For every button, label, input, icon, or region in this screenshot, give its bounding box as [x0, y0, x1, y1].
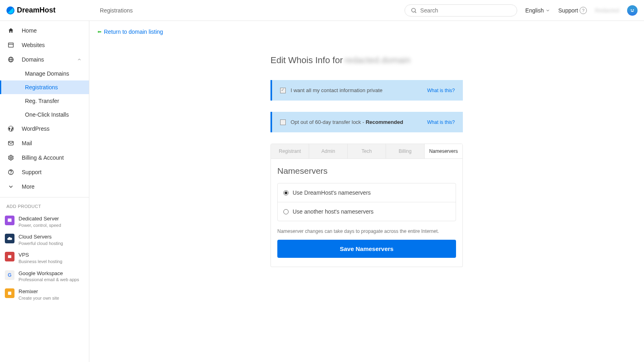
globe-icon — [7, 56, 14, 63]
radio-other-ns[interactable]: Use another host's nameservers — [278, 202, 456, 221]
websites-icon — [7, 42, 14, 48]
tab-billing[interactable]: Billing — [386, 144, 424, 158]
gear-icon — [7, 154, 14, 161]
vps-icon — [5, 252, 14, 261]
info-box-label: Opt out of 60-day transfer lock - Recomm… — [291, 119, 403, 125]
tabs: Registrant Admin Tech Billing Nameserver… — [270, 144, 463, 159]
save-nameservers-button[interactable]: Save Nameservers — [277, 240, 456, 258]
svg-rect-18 — [8, 292, 11, 295]
radio-icon — [283, 190, 289, 195]
tab-tech[interactable]: Tech — [348, 144, 386, 158]
tab-panel: Nameservers Use DreamHost's nameservers … — [270, 159, 463, 267]
sidebar-item-billing[interactable]: Billing & Account — [0, 150, 89, 165]
radio-dreamhost-ns[interactable]: Use DreamHost's nameservers — [278, 183, 456, 202]
product-subtitle: Professional email & web apps — [19, 277, 79, 282]
product-remixer[interactable]: Remixer Create your own site — [0, 286, 89, 304]
sidebar-item-label: Websites — [22, 42, 45, 48]
svg-line-1 — [415, 12, 416, 13]
mail-icon — [7, 140, 14, 146]
help-icon — [7, 169, 14, 175]
sidebar-item-label: Support — [22, 169, 41, 175]
sidebar-item-more[interactable]: More — [0, 179, 89, 194]
cloud-icon — [5, 234, 14, 243]
return-link-label: Return to domain listing — [104, 29, 163, 35]
nameserver-options: Use DreamHost's nameservers Use another … — [277, 183, 456, 221]
home-icon — [7, 27, 14, 34]
product-subtitle: Create your own site — [19, 295, 59, 301]
sidebar-item-label: Mail — [22, 140, 32, 146]
google-icon: G — [5, 270, 14, 280]
product-cloud-servers[interactable]: Cloud Servers Powerful cloud hosting — [0, 231, 89, 249]
top-header: DreamHost Registrations English Support … — [0, 0, 644, 21]
checkbox-private[interactable] — [280, 88, 286, 93]
propagation-note: Nameserver changes can take days to prop… — [277, 228, 456, 234]
sidebar-item-label: Billing & Account — [22, 154, 64, 161]
logo-icon — [6, 6, 14, 14]
divider — [0, 197, 89, 197]
brand-name: DreamHost — [17, 6, 56, 14]
help-icon: ? — [580, 7, 587, 14]
product-dedicated-server[interactable]: Dedicated Server Power, control, speed — [0, 213, 89, 231]
main-content: ⬅ Return to domain listing Edit Whois In… — [89, 21, 644, 362]
radio-label: Use another host's nameservers — [293, 208, 374, 215]
avatar[interactable] — [627, 5, 638, 16]
product-title: VPS — [19, 252, 62, 259]
search-box[interactable] — [405, 4, 517, 16]
tab-nameservers[interactable]: Nameservers — [425, 144, 462, 158]
tab-admin[interactable]: Admin — [309, 144, 347, 158]
chevron-up-icon — [77, 57, 82, 62]
sidebar-item-label: Domains — [22, 56, 44, 63]
sidebar-item-mail[interactable]: Mail — [0, 136, 89, 150]
svg-point-14 — [11, 173, 11, 174]
svg-point-12 — [10, 157, 12, 158]
username: Redacted — [595, 7, 619, 14]
product-title: Google Workspace — [19, 270, 79, 277]
product-title: Remixer — [19, 288, 59, 295]
svg-point-2 — [631, 9, 632, 10]
brand-logo[interactable]: DreamHost — [6, 6, 95, 14]
sidebar-item-support[interactable]: Support — [0, 165, 89, 179]
sidebar-item-wordpress[interactable]: WordPress — [0, 121, 89, 136]
sidebar-item-domains[interactable]: Domains — [0, 52, 89, 67]
product-subtitle: Power, control, speed — [19, 222, 61, 228]
svg-point-0 — [412, 8, 415, 12]
language-selector[interactable]: English — [525, 7, 550, 14]
language-label: English — [525, 7, 544, 14]
svg-rect-17 — [8, 255, 11, 258]
sidebar-item-label: More — [22, 183, 35, 190]
what-is-this-link[interactable]: What is this? — [427, 119, 455, 125]
product-title: Cloud Servers — [19, 234, 63, 241]
subitem-one-click[interactable]: One-Click Installs — [0, 108, 89, 121]
svg-rect-15 — [8, 220, 11, 222]
arrow-left-icon: ⬅ — [97, 29, 101, 35]
server-icon — [5, 216, 14, 225]
support-link[interactable]: Support ? — [558, 7, 587, 14]
add-product-heading: ADD PRODUCT — [0, 201, 89, 213]
product-subtitle: Business level hosting — [19, 259, 62, 264]
product-vps[interactable]: VPS Business level hosting — [0, 249, 89, 267]
radio-label: Use DreamHost's nameservers — [293, 189, 371, 196]
svg-rect-16 — [8, 218, 11, 219]
chevron-down-icon — [545, 8, 550, 13]
wordpress-icon — [7, 125, 14, 132]
search-icon — [411, 7, 417, 14]
svg-rect-5 — [8, 43, 13, 47]
info-box-label: I want all my contact information privat… — [291, 87, 382, 93]
search-input[interactable] — [420, 7, 511, 14]
breadcrumb: Registrations — [100, 7, 133, 14]
support-label: Support — [558, 7, 578, 14]
subitem-registrations[interactable]: Registrations — [0, 80, 89, 94]
subitem-manage-domains[interactable]: Manage Domains — [0, 67, 89, 80]
what-is-this-link[interactable]: What is this? — [427, 88, 455, 93]
sidebar-item-websites[interactable]: Websites — [0, 38, 89, 52]
sidebar-item-home[interactable]: Home — [0, 23, 89, 38]
info-box-private: I want all my contact information privat… — [270, 80, 463, 101]
product-subtitle: Powerful cloud hosting — [19, 241, 63, 246]
checkbox-optout[interactable] — [280, 119, 286, 125]
tab-registrant[interactable]: Registrant — [271, 144, 309, 158]
return-link[interactable]: ⬅ Return to domain listing — [97, 29, 163, 35]
product-google-workspace[interactable]: G Google Workspace Professional email & … — [0, 267, 89, 286]
product-title: Dedicated Server — [19, 216, 61, 222]
panel-title: Nameservers — [277, 166, 456, 176]
subitem-reg-transfer[interactable]: Reg. Transfer — [0, 94, 89, 108]
